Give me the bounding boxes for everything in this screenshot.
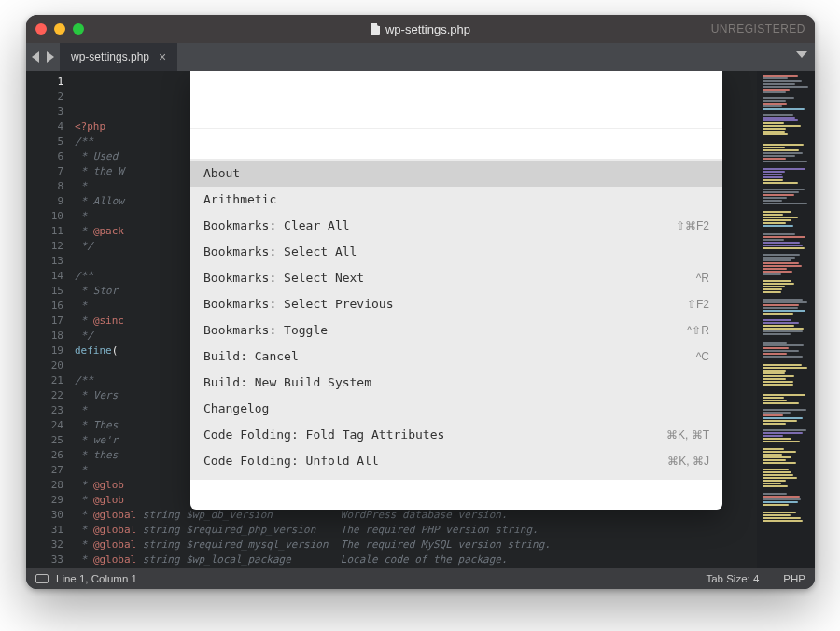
tabbar: wp-settings.php ×: [26, 43, 815, 71]
language-mode[interactable]: PHP: [783, 573, 805, 584]
code-line: * @global string $required_php_version T…: [75, 523, 757, 538]
line-number: 6: [30, 149, 63, 164]
line-number: 18: [30, 329, 63, 344]
line-number: 22: [30, 388, 63, 403]
command-label: Bookmarks: Toggle: [203, 323, 328, 338]
tab-active[interactable]: wp-settings.php ×: [60, 43, 177, 71]
command-label: About: [203, 166, 240, 181]
panel-icon[interactable]: [35, 574, 49, 583]
command-palette-list: AboutArithmeticBookmarks: Clear All⇧⌘F2B…: [190, 159, 722, 480]
command-label: Code Folding: Fold Tag Attributes: [203, 428, 444, 442]
line-number: 9: [30, 194, 63, 209]
command-label: Bookmarks: Clear All: [203, 218, 350, 233]
command-palette-item[interactable]: Bookmarks: Clear All⇧⌘F2: [190, 213, 722, 239]
command-palette: AboutArithmeticBookmarks: Clear All⇧⌘F2B…: [190, 71, 722, 510]
command-label: Bookmarks: Select Previous: [203, 297, 394, 312]
command-palette-item[interactable]: Build: Cancel^C: [190, 344, 722, 370]
command-shortcut: ^C: [696, 349, 709, 364]
command-shortcut: ⇧⌘F2: [676, 218, 709, 233]
command-palette-item[interactable]: Bookmarks: Select All: [190, 239, 722, 265]
command-palette-item[interactable]: Build: New Build System: [190, 370, 722, 396]
command-palette-item[interactable]: Bookmarks: Select Previous⇧F2: [190, 291, 722, 317]
command-label: Bookmarks: Select All: [203, 245, 357, 259]
line-number: 3: [30, 105, 63, 119]
line-number: 10: [30, 209, 63, 224]
tab-close-icon[interactable]: ×: [159, 50, 166, 63]
command-palette-input[interactable]: [190, 101, 722, 129]
line-number: 21: [30, 373, 63, 388]
line-number: 13: [30, 254, 63, 269]
editor-area: 1234567891011121314151617181920212223242…: [26, 71, 815, 568]
command-label: Arithmetic: [203, 192, 276, 207]
line-number: 4: [30, 119, 63, 134]
line-number: 16: [30, 299, 63, 314]
line-number: 19: [30, 344, 63, 358]
command-label: Build: Cancel: [203, 349, 299, 364]
code-line: */: [75, 568, 757, 568]
code-line: * @global string $wp_local_package Local…: [75, 553, 757, 568]
line-number: 25: [30, 433, 63, 448]
command-palette-item[interactable]: Arithmetic: [190, 187, 722, 213]
command-shortcut: ⇧F2: [687, 297, 709, 312]
line-number: 17: [30, 314, 63, 329]
nav-buttons: [26, 43, 60, 71]
line-number: 26: [30, 448, 63, 463]
command-palette-item[interactable]: Bookmarks: Select Next^R: [190, 265, 722, 291]
cursor-position[interactable]: Line 1, Column 1: [56, 573, 137, 584]
line-number: 30: [30, 508, 63, 523]
titlebar: wp-settings.php UNREGISTERED: [26, 15, 815, 43]
code-area[interactable]: AboutArithmeticBookmarks: Clear All⇧⌘F2B…: [71, 71, 757, 568]
line-number: 5: [30, 134, 63, 149]
code-line: * @global string $wp_db_version WordPres…: [75, 508, 757, 523]
line-number: 28: [30, 478, 63, 493]
line-number: 33: [30, 553, 63, 568]
command-shortcut: ⌘K, ⌘J: [667, 454, 709, 469]
line-number: 14: [30, 269, 63, 284]
window-title: wp-settings.php: [26, 22, 815, 36]
statusbar: Line 1, Column 1 Tab Size: 4 PHP: [26, 568, 815, 589]
nav-forward-button[interactable]: [47, 51, 54, 63]
line-number: 8: [30, 179, 63, 194]
line-number: 27: [30, 463, 63, 478]
file-icon: [371, 23, 380, 35]
command-label: Bookmarks: Select Next: [203, 271, 364, 286]
line-number: 1: [30, 75, 63, 90]
command-shortcut: ^⇧R: [687, 323, 709, 338]
command-label: Changelog: [203, 401, 269, 416]
command-palette-item[interactable]: Changelog: [190, 396, 722, 422]
command-shortcut: ⌘K, ⌘T: [666, 428, 709, 442]
line-number: 20: [30, 358, 63, 373]
minimap[interactable]: [757, 71, 815, 568]
command-shortcut: ^R: [696, 271, 709, 286]
command-palette-item[interactable]: About: [190, 161, 722, 187]
line-number: 11: [30, 224, 63, 239]
command-palette-item[interactable]: Bookmarks: Toggle^⇧R: [190, 317, 722, 344]
line-number: 32: [30, 538, 63, 553]
command-palette-item[interactable]: Code Folding: Unfold All⌘K, ⌘J: [190, 448, 722, 474]
editor-window: wp-settings.php UNREGISTERED wp-settings…: [26, 15, 815, 589]
line-number: 24: [30, 418, 63, 433]
line-number: 31: [30, 523, 63, 538]
command-label: Build: New Build System: [203, 375, 371, 390]
code-line: * @global string $required_mysql_version…: [75, 538, 757, 553]
line-number: 7: [30, 164, 63, 179]
tab-overflow-button[interactable]: [789, 43, 815, 71]
tab-size[interactable]: Tab Size: 4: [706, 573, 759, 584]
chevron-down-icon: [796, 51, 807, 63]
nav-back-button[interactable]: [32, 51, 39, 63]
line-number: 23: [30, 403, 63, 418]
line-number: 29: [30, 493, 63, 508]
tab-label: wp-settings.php: [71, 50, 149, 63]
command-label: Code Folding: Unfold All: [203, 454, 379, 469]
line-number-gutter: 1234567891011121314151617181920212223242…: [26, 71, 71, 568]
line-number: 15: [30, 284, 63, 299]
command-palette-item[interactable]: Code Folding: Fold Tag Attributes⌘K, ⌘T: [190, 422, 722, 448]
line-number: 12: [30, 239, 63, 254]
line-number: 2: [30, 90, 63, 105]
window-title-text: wp-settings.php: [385, 22, 470, 36]
